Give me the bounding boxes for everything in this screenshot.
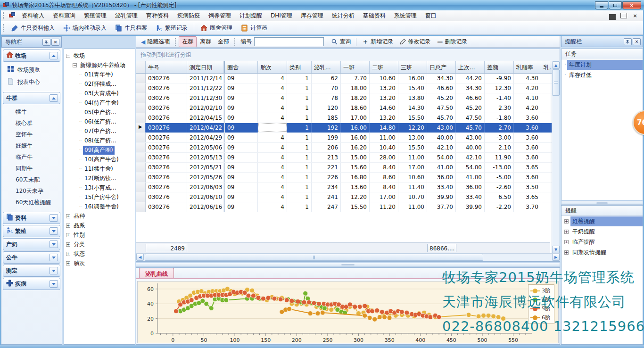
- menu-item-1[interactable]: 资料输入: [17, 10, 49, 21]
- sidebar-item-120天未孕[interactable]: 120天未孕: [1, 185, 62, 197]
- menu-item-3[interactable]: 繁殖管理: [80, 10, 111, 21]
- menu-item-6[interactable]: 疾病防疫: [173, 10, 204, 21]
- section-chevron-button[interactable]: [50, 94, 58, 102]
- sidebar-item-牧场预览[interactable]: 牧场预览: [1, 64, 62, 76]
- tree-node-pen-12(断奶犊...[interactable]: ··12(断奶犊...: [66, 174, 135, 183]
- menu-item-5[interactable]: 育种资料: [142, 10, 173, 21]
- menu-item-14[interactable]: 窗口: [421, 10, 441, 21]
- table-row[interactable]: 0302762011/12/2209417018.0013.2015.4046.…: [136, 83, 560, 93]
- table-row[interactable]: 0302762012/06/10094124112.2017.0010.7039…: [136, 192, 560, 202]
- menu-item-8[interactable]: 计划提醒: [235, 10, 266, 21]
- tree-node-category-性别[interactable]: +性别: [66, 230, 135, 240]
- sidebar-item-同期牛[interactable]: 同期牛: [1, 163, 62, 174]
- horizontal-splitter[interactable]: [136, 263, 560, 266]
- tree-expand-icon[interactable]: +: [564, 219, 569, 224]
- sidebar-item-临产牛[interactable]: 临产牛: [1, 151, 62, 163]
- tree-expand-icon[interactable]: +: [564, 230, 569, 234]
- hide-options-button[interactable]: ◀ 隐藏选项: [138, 36, 173, 47]
- tree-node-pen-02(怀犊成...[interactable]: ··02(怀犊成...: [66, 79, 135, 89]
- section-chevron-button[interactable]: [50, 240, 58, 248]
- tree-node-pen-06(低产挤...[interactable]: ··06(低产挤...: [66, 117, 135, 126]
- grid-vertical-scrollbar[interactable]: ▲ ▼: [552, 61, 560, 253]
- tree-node-pen-13(小育成...[interactable]: ··13(小育成...: [66, 183, 135, 192]
- scroll-thumb[interactable]: [552, 69, 560, 96]
- reminder-splitter[interactable]: [561, 201, 643, 205]
- column-header-泌乳...[interactable]: 泌乳...: [312, 61, 341, 73]
- tree-node-category-胎次[interactable]: +胎次: [66, 258, 135, 268]
- table-row[interactable]: 0302762012/06/16094124715.5011.2011.0037…: [136, 202, 560, 212]
- tree-node-pen-16(调整牛舍)[interactable]: ··16(调整牛舍): [66, 202, 135, 211]
- sidebar-item-空怀牛[interactable]: 空怀牛: [1, 129, 62, 140]
- sidebar-item-犊牛[interactable]: 犊牛: [1, 106, 62, 117]
- tree-node-pen-04(待产牛舍)[interactable]: ··04(待产牛舍): [66, 98, 135, 108]
- mdi-close-button[interactable]: ×: [632, 13, 638, 18]
- tree-node-farm[interactable]: −新绿源奶牛养殖场: [66, 60, 135, 70]
- table-row[interactable]: 0302762012/05/06094120616.2010.4015.5042…: [136, 143, 560, 153]
- tree-node-category-品种[interactable]: +品种: [66, 211, 135, 221]
- nav-section-牧场[interactable]: 牧场: [3, 50, 60, 62]
- search-button[interactable]: 查询: [328, 36, 354, 47]
- table-row[interactable]: ▶0302762012/04/22094119216.0014.8012.204…: [136, 123, 560, 133]
- column-header-乳...[interactable]: 乳...: [541, 61, 551, 73]
- column-header-类别[interactable]: 类别: [287, 61, 312, 73]
- menu-item-2[interactable]: 资料查询: [49, 10, 80, 21]
- number-input[interactable]: [254, 37, 324, 46]
- column-header-测定日期[interactable]: 测定日期: [187, 61, 224, 73]
- menu-item-7[interactable]: 饲养管理: [204, 10, 235, 21]
- reminder-item-同期发情提醒[interactable]: +同期发情提醒: [561, 247, 643, 257]
- section-chevron-button[interactable]: [50, 227, 58, 235]
- tab-lactation-curve[interactable]: 泌乳曲线: [139, 268, 174, 278]
- tree-expand-icon[interactable]: +: [66, 252, 70, 256]
- task-item-库存过低[interactable]: ·库存过低: [561, 70, 643, 80]
- sidebar-item-妊娠牛[interactable]: 妊娠牛: [1, 140, 62, 151]
- column-header-一班[interactable]: 一班: [341, 61, 370, 73]
- tree-expand-icon[interactable]: +: [564, 240, 569, 244]
- tree-expand-icon[interactable]: +: [66, 214, 70, 218]
- tree-expand-icon[interactable]: −: [66, 54, 70, 58]
- edit-record-button[interactable]: 修改记录: [396, 36, 434, 47]
- section-chevron-button[interactable]: [50, 254, 58, 261]
- column-header-日总产[interactable]: 日总产: [427, 61, 456, 73]
- pin-icon[interactable]: [624, 38, 632, 45]
- column-header-乳脂率[interactable]: 乳脂率: [514, 61, 541, 73]
- scroll-right-icon[interactable]: ▶: [552, 254, 560, 261]
- sidebar-item-60天未配[interactable]: 60天未配: [1, 174, 62, 185]
- menu-item-13[interactable]: 系统管理: [390, 10, 421, 21]
- column-header-三班[interactable]: 三班: [398, 61, 427, 73]
- scroll-thumb-horizontal[interactable]: [145, 254, 483, 261]
- nav-section-测定[interactable]: 测定: [3, 265, 60, 277]
- tree-expand-icon[interactable]: +: [66, 261, 70, 265]
- scroll-left-icon[interactable]: ◀: [136, 254, 144, 261]
- column-header-牛号[interactable]: 牛号: [146, 61, 187, 73]
- tree-expand-icon[interactable]: +: [66, 224, 70, 228]
- tree-node-pen-09(高产圈)[interactable]: ··09(高产圈): [66, 145, 135, 155]
- grid-horizontal-scrollbar[interactable]: ◀ ▶: [136, 253, 560, 261]
- mdi-restore-button[interactable]: [620, 13, 627, 18]
- tree-node-category-状态[interactable]: +状态: [66, 249, 135, 258]
- section-chevron-button[interactable]: [50, 52, 58, 59]
- mdi-minimize-button[interactable]: [609, 13, 616, 18]
- table-row[interactable]: 0302762012/05/13094121315.0028.0011.0054…: [136, 153, 560, 163]
- section-chevron-button[interactable]: [50, 280, 58, 288]
- reminder-item-临产提醒[interactable]: +临产提醒: [561, 237, 643, 247]
- scope-button-全部[interactable]: 全部: [215, 36, 232, 47]
- toolbar-button-牛只档案[interactable]: 牛只档案: [111, 22, 151, 34]
- menu-item-12[interactable]: 基础资料: [359, 10, 390, 21]
- close-icon[interactable]: ×: [51, 39, 59, 46]
- nav-section-繁殖[interactable]: 繁殖: [3, 225, 60, 237]
- menu-item-9[interactable]: DHI管理: [266, 10, 297, 21]
- tree-node-pen-15(产房牛舍)[interactable]: ··15(产房牛舍): [66, 192, 135, 202]
- menu-item-10[interactable]: 库存管理: [297, 10, 328, 21]
- column-header-差额[interactable]: 差额: [485, 61, 514, 73]
- table-row[interactable]: 0302762012/04/29094119916.0011.0013.0040…: [136, 133, 560, 143]
- nav-section-资料[interactable]: 资料: [3, 212, 60, 224]
- task-item-年度计划[interactable]: ·年度计划: [561, 59, 643, 70]
- toolbar-button-场内移动录入[interactable]: 场内移动录入: [59, 22, 110, 34]
- table-row[interactable]: 0302762011/12/3009417818.2013.2013.8045.…: [136, 93, 560, 103]
- toolbar-button-圈舍管理[interactable]: 圈舍管理: [197, 22, 236, 34]
- table-row[interactable]: 0302762012/04/15094118517.0013.2015.5045…: [136, 113, 560, 123]
- tree-expand-icon[interactable]: +: [564, 250, 569, 255]
- tree-node-pen-10(高产牛舍)[interactable]: ··10(高产牛舍): [66, 155, 135, 164]
- group-by-bar[interactable]: 拖动列到此进行分组: [136, 49, 560, 61]
- tree-node-pen-11(犊牛舍)[interactable]: ··11(犊牛舍): [66, 164, 135, 174]
